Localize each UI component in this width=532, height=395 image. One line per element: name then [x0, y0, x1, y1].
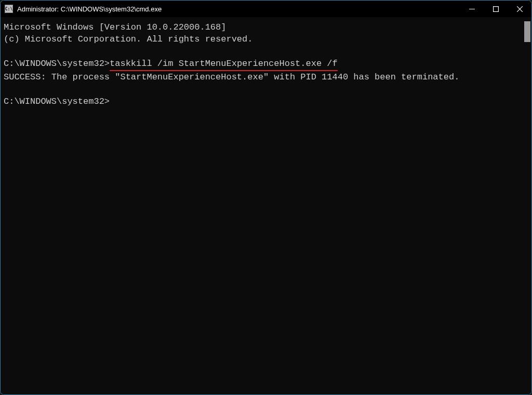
prompt-line-2: C:\WINDOWS\system32> [4, 96, 528, 107]
scrollbar-thumb[interactable] [524, 21, 530, 42]
prompt-2: C:\WINDOWS\system32> [4, 97, 110, 106]
copyright-line: (c) Microsoft Corporation. All rights re… [4, 33, 528, 45]
window-controls [460, 1, 531, 17]
maximize-button[interactable] [484, 1, 508, 17]
output-line-1: SUCCESS: The process "StartMenuExperienc… [4, 71, 528, 83]
close-icon [517, 6, 523, 12]
command-1: taskkill /im StartMenuExperienceHost.exe… [110, 58, 338, 71]
command-line-1: C:\WINDOWS\system32>taskkill /im StartMe… [4, 58, 528, 71]
terminal-wrap: Microsoft Windows [Version 10.0.22000.16… [1, 17, 531, 394]
close-button[interactable] [508, 1, 531, 17]
minimize-icon [469, 6, 475, 12]
prompt-1: C:\WINDOWS\system32> [4, 59, 110, 69]
svg-rect-1 [493, 6, 498, 11]
window-title: Administrator: C:\WINDOWS\system32\cmd.e… [17, 5, 460, 13]
cmd-icon-text: C:\ [5, 7, 12, 11]
titlebar[interactable]: C:\ Administrator: C:\WINDOWS\system32\c… [1, 1, 531, 17]
cmd-icon: C:\ [5, 5, 13, 13]
blank-line [4, 83, 528, 95]
version-line: Microsoft Windows [Version 10.0.22000.16… [4, 21, 528, 33]
cmd-window: C:\ Administrator: C:\WINDOWS\system32\c… [0, 0, 532, 395]
minimize-button[interactable] [460, 1, 484, 17]
terminal-body[interactable]: Microsoft Windows [Version 10.0.22000.16… [1, 17, 531, 394]
blank-line [4, 46, 528, 58]
maximize-icon [493, 6, 499, 12]
